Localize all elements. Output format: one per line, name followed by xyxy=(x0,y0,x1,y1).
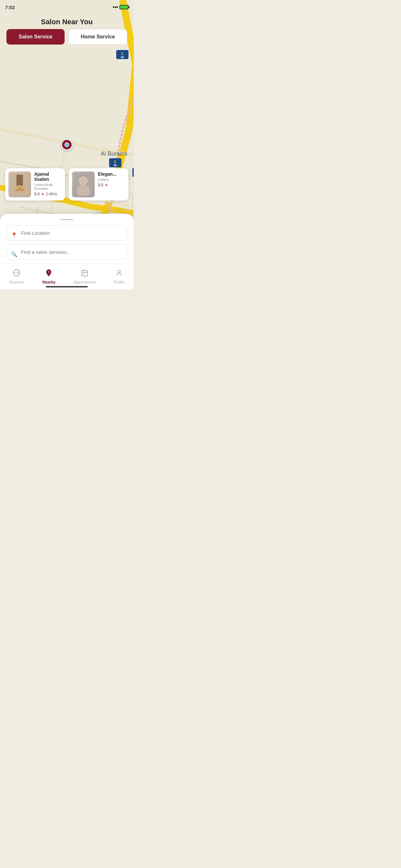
city-label: Al Buraimi xyxy=(101,151,127,157)
salon-cards-row: welcome Ajamal Ssalon United Arab Emirat… xyxy=(5,168,128,200)
service-input-wrapper: 🔍 xyxy=(6,244,127,264)
nav-label-appointment: Appointment xyxy=(73,280,95,284)
svg-text:95: 95 xyxy=(114,164,117,167)
salon-card-name-0: Ajamal Ssalon xyxy=(34,172,62,182)
profile-icon xyxy=(115,269,123,279)
service-buttons-container: Salon Service Home Service xyxy=(6,29,127,44)
home-service-button[interactable]: Home Service xyxy=(68,29,127,44)
nav-item-appointment[interactable]: Appointment xyxy=(73,269,95,284)
salon-card-0[interactable]: welcome Ajamal Ssalon United Arab Emirat… xyxy=(5,168,65,200)
location-input-wrapper: 📍 xyxy=(6,225,127,244)
marker-outer xyxy=(61,139,73,151)
search-input-icon: 🔍 xyxy=(11,251,18,257)
salon-card-thumbnail-0: welcome xyxy=(8,172,31,197)
svg-point-39 xyxy=(48,271,50,273)
status-time: 7:02 xyxy=(5,4,15,10)
nav-label-profile: Profile xyxy=(114,280,125,284)
svg-rect-41 xyxy=(83,274,84,275)
svg-rect-18 xyxy=(132,168,134,177)
salon-card-image-1 xyxy=(72,172,95,197)
bottom-nav: Discover Nearby Appointment xyxy=(0,264,134,289)
nearby-icon xyxy=(45,269,53,279)
salon-card-info-1: Elegan... United... 0.0 ★ xyxy=(98,172,125,197)
svg-text:E: E xyxy=(121,52,124,56)
svg-text:E: E xyxy=(114,160,117,164)
location-input-icon: 📍 xyxy=(11,232,18,238)
bottom-sheet: 📍 🔍 xyxy=(0,214,134,270)
salon-card-name-1: Elegan... xyxy=(98,172,125,177)
salon-star-1: ★ xyxy=(104,183,108,187)
salon-rating-value-0: 0.0 xyxy=(34,192,40,196)
salon-card-rating-1: 0.0 ★ xyxy=(98,183,125,187)
nav-label-nearby: Nearby xyxy=(42,280,56,284)
salon-service-button[interactable]: Salon Service xyxy=(6,29,65,44)
svg-point-34 xyxy=(79,175,88,185)
status-bar: 7:02 ▪▪▪ xyxy=(0,0,134,14)
svg-text:66: 66 xyxy=(121,56,124,59)
page-title: Salon Near You xyxy=(0,18,134,26)
service-search-input[interactable] xyxy=(6,244,127,259)
salon-rating-value-1: 0.0 xyxy=(98,183,103,187)
svg-rect-40 xyxy=(82,270,88,276)
nav-item-nearby[interactable]: Nearby xyxy=(42,269,56,284)
status-icons: ▪▪▪ xyxy=(113,4,128,10)
marker-inner xyxy=(65,143,69,147)
appointment-icon xyxy=(81,269,89,279)
salon-card-thumbnail-1 xyxy=(72,172,95,197)
nav-item-profile[interactable]: Profile xyxy=(114,269,125,284)
salon-card-info-0: Ajamal Ssalon United Arab Emirates 0.0 ★… xyxy=(34,172,62,197)
salon-star-0: ★ xyxy=(41,192,44,196)
svg-point-32 xyxy=(18,187,22,190)
discover-icon xyxy=(12,269,20,279)
nav-item-discover[interactable]: Discover xyxy=(9,269,24,284)
salon-card-rating-0: 0.0 ★ 2-4Km xyxy=(34,192,62,196)
signal-icon: ▪▪▪ xyxy=(113,4,118,10)
sheet-handle xyxy=(60,219,73,220)
salon-distance-0: 2-4Km xyxy=(46,192,57,196)
salon-card-1[interactable]: Elegan... United... 0.0 ★ xyxy=(69,168,128,200)
salon-card-image-0: welcome xyxy=(8,172,31,197)
salon-card-location-0: United Arab Emirates xyxy=(34,183,62,190)
salon-card-location-1: United... xyxy=(98,178,125,182)
battery-icon xyxy=(120,5,128,9)
svg-point-42 xyxy=(118,270,120,273)
nav-label-discover: Discover xyxy=(9,280,24,284)
home-bar xyxy=(46,286,88,287)
location-input[interactable] xyxy=(6,225,127,241)
map-marker xyxy=(61,139,73,151)
